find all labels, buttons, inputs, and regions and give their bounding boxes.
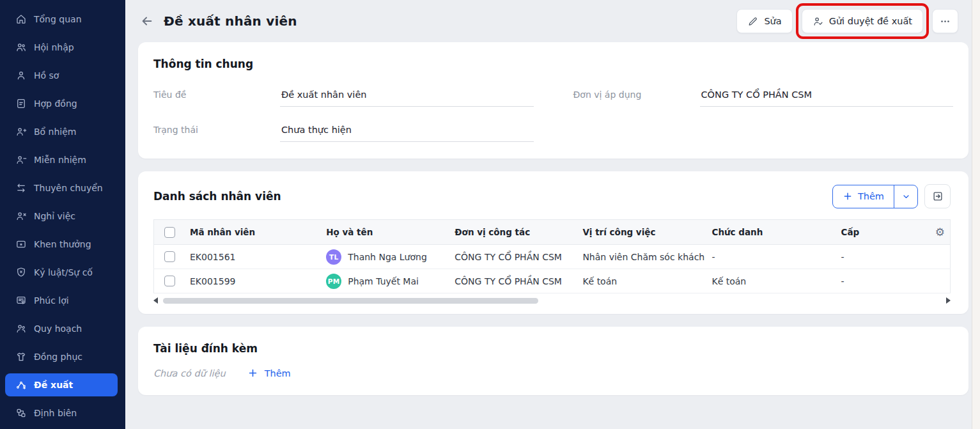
cell-actions bbox=[922, 245, 951, 269]
route-icon bbox=[15, 379, 27, 391]
window-scrollbar-track[interactable] bbox=[972, 0, 980, 429]
table-row: EK001561TLThanh Nga LươngCÔNG TY CỔ PHẦN… bbox=[154, 245, 951, 269]
sidebar-item-mien-nhiem[interactable]: Miễn nhiệm bbox=[5, 148, 118, 171]
sidebar-item-hop-dong[interactable]: Hợp đồng bbox=[5, 92, 118, 115]
sidebar-item-de-xuat[interactable]: Đề xuất bbox=[5, 373, 118, 396]
page-title: Đề xuất nhân viên bbox=[164, 13, 297, 29]
table-horizontal-scrollbar bbox=[153, 295, 951, 306]
export-icon bbox=[932, 191, 944, 202]
general-info-grid: Tiêu đềĐề xuất nhân viênTrạng tháiChưa t… bbox=[153, 87, 953, 142]
users-icon bbox=[15, 42, 27, 53]
sidebar-item-label: Đề xuất bbox=[34, 380, 73, 390]
row-checkbox-cell bbox=[154, 269, 185, 293]
edit-button[interactable]: Sửa bbox=[736, 9, 792, 33]
user-x-icon bbox=[15, 210, 27, 222]
table-row: EK001599PMPhạm Tuyết MaiCÔNG TY CỔ PHẦN … bbox=[154, 269, 951, 293]
sidebar-item-bo-nhiem[interactable]: Bổ nhiệm bbox=[5, 120, 118, 143]
sidebar-item-ho-so[interactable]: Hồ sơ bbox=[5, 64, 118, 87]
column-header-unit[interactable]: Đơn vị công tác bbox=[449, 220, 577, 245]
attachments-row: Chưa có dữ liệu Thêm bbox=[153, 368, 953, 378]
scroll-right-icon[interactable] bbox=[946, 297, 951, 304]
cell-position: Kế toán bbox=[577, 269, 706, 293]
sidebar-item-label: Nghỉ việc bbox=[34, 211, 75, 221]
gear-icon[interactable]: ⚙ bbox=[935, 226, 945, 238]
cell-name: TLThanh Nga Lương bbox=[321, 245, 449, 269]
column-header-name[interactable]: Họ và tên bbox=[321, 220, 449, 245]
form-field: Đơn vị áp dụngCÔNG TY CỔ PHẦN CSM bbox=[573, 87, 954, 107]
add-options-caret[interactable] bbox=[894, 185, 917, 208]
scrollbar-track[interactable] bbox=[161, 298, 943, 304]
sidebar-item-label: Bổ nhiệm bbox=[34, 127, 77, 137]
table-header-row: Mã nhân viênHọ và tênĐơn vị công tácVị t… bbox=[154, 220, 951, 245]
ellipsis-icon bbox=[940, 16, 951, 27]
home-icon bbox=[15, 13, 27, 25]
cell-level: - bbox=[836, 245, 922, 269]
attachments-card: Tài liệu đính kèm Chưa có dữ liệu Thêm bbox=[138, 327, 968, 395]
general-info-right-column: Đơn vị áp dụngCÔNG TY CỔ PHẦN CSM bbox=[573, 87, 954, 142]
shirt-icon bbox=[15, 351, 27, 363]
award-icon bbox=[15, 238, 27, 250]
sidebar-item-tong-quan[interactable]: Tổng quan bbox=[5, 8, 118, 31]
add-attachment-button[interactable]: Thêm bbox=[247, 368, 291, 378]
sidebar-item-quy-hoach[interactable]: Quy hoạch bbox=[5, 317, 118, 340]
field-value[interactable]: Đề xuất nhân viên bbox=[280, 87, 534, 107]
main-content: Đề xuất nhân viên Sửa Gửi duyệt đề xuất … bbox=[125, 0, 980, 429]
add-employee-button[interactable]: Thêm bbox=[833, 185, 894, 208]
sidebar-item-label: Phúc lợi bbox=[34, 295, 69, 306]
more-button[interactable] bbox=[932, 9, 958, 33]
field-label: Tiêu đề bbox=[153, 87, 280, 100]
attachments-empty-text: Chưa có dữ liệu bbox=[153, 368, 226, 378]
field-value[interactable]: CÔNG TY CỔ PHẦN CSM bbox=[700, 87, 954, 107]
column-header-position[interactable]: Vị trí công việc bbox=[577, 220, 706, 245]
export-button[interactable] bbox=[924, 184, 951, 208]
scrollbar-thumb[interactable] bbox=[163, 298, 538, 304]
sidebar-item-phuc-loi[interactable]: Phúc lợi bbox=[5, 289, 118, 312]
row-checkbox-cell bbox=[154, 245, 185, 269]
sidebar-item-dong-phuc[interactable]: Đồng phục bbox=[5, 345, 118, 368]
table-body: EK001561TLThanh Nga LươngCÔNG TY CỔ PHẦN… bbox=[154, 245, 951, 293]
select-all-checkbox[interactable] bbox=[164, 227, 175, 238]
column-header-job_title[interactable]: Chức danh bbox=[706, 220, 836, 245]
add-split-button: Thêm bbox=[832, 185, 918, 208]
submit-approval-label: Gửi duyệt đề xuất bbox=[829, 16, 912, 26]
employee-list-actions: Thêm bbox=[832, 184, 951, 208]
table-settings-cell: ⚙ bbox=[922, 220, 951, 245]
user-check-icon bbox=[813, 16, 823, 27]
sidebar-item-nghi-viec[interactable]: Nghỉ việc bbox=[5, 205, 118, 228]
transfer-icon bbox=[15, 182, 27, 194]
sidebar-item-ky-luat-su-co[interactable]: Kỷ luật/Sự cố bbox=[5, 261, 118, 284]
scroll-left-icon[interactable] bbox=[153, 297, 158, 304]
org-icon bbox=[15, 407, 27, 419]
row-checkbox[interactable] bbox=[164, 276, 175, 286]
file-icon bbox=[15, 98, 27, 109]
field-value[interactable]: Chưa thực hiện bbox=[280, 122, 534, 142]
cell-name: PMPhạm Tuyết Mai bbox=[321, 269, 449, 293]
column-header-level[interactable]: Cấp bbox=[836, 220, 922, 245]
sidebar-item-hoi-nhap[interactable]: Hội nhập bbox=[5, 36, 118, 59]
sidebar-item-label: Khen thưởng bbox=[34, 239, 91, 249]
submit-approval-button[interactable]: Gửi duyệt đề xuất bbox=[802, 9, 923, 33]
user-icon bbox=[15, 70, 27, 81]
general-info-title: Thông tin chung bbox=[153, 58, 953, 70]
annotation-highlight-box: Gửi duyệt đề xuất bbox=[802, 9, 923, 33]
sidebar-item-label: Hồ sơ bbox=[34, 70, 59, 81]
sidebar-item-thuyen-chuyen[interactable]: Thuyên chuyển bbox=[5, 176, 118, 199]
cell-code: EK001561 bbox=[185, 245, 321, 269]
form-field: Tiêu đềĐề xuất nhân viên bbox=[153, 87, 534, 107]
sidebar-item-label: Quy hoạch bbox=[34, 324, 82, 334]
sidebar-item-label: Đồng phục bbox=[34, 352, 82, 362]
cell-actions bbox=[922, 269, 951, 293]
sidebar-item-label: Miễn nhiệm bbox=[34, 155, 86, 165]
sidebar-item-label: Thuyên chuyển bbox=[34, 183, 103, 193]
column-header-code[interactable]: Mã nhân viên bbox=[185, 220, 321, 245]
row-checkbox[interactable] bbox=[164, 251, 175, 262]
cell-code: EK001599 bbox=[185, 269, 321, 293]
field-label: Đơn vị áp dụng bbox=[573, 87, 700, 100]
sidebar-item-dinh-bien[interactable]: Định biên bbox=[5, 402, 118, 425]
employee-list-title: Danh sách nhân viên bbox=[153, 190, 281, 203]
sidebar-item-khen-thuong[interactable]: Khen thưởng bbox=[5, 233, 118, 256]
back-button[interactable] bbox=[138, 12, 156, 30]
sidebar: Tổng quanHội nhậpHồ sơHợp đồngBổ nhiệmMi… bbox=[0, 0, 125, 429]
cell-job-title: - bbox=[706, 245, 836, 269]
avatar: PM bbox=[326, 274, 341, 289]
